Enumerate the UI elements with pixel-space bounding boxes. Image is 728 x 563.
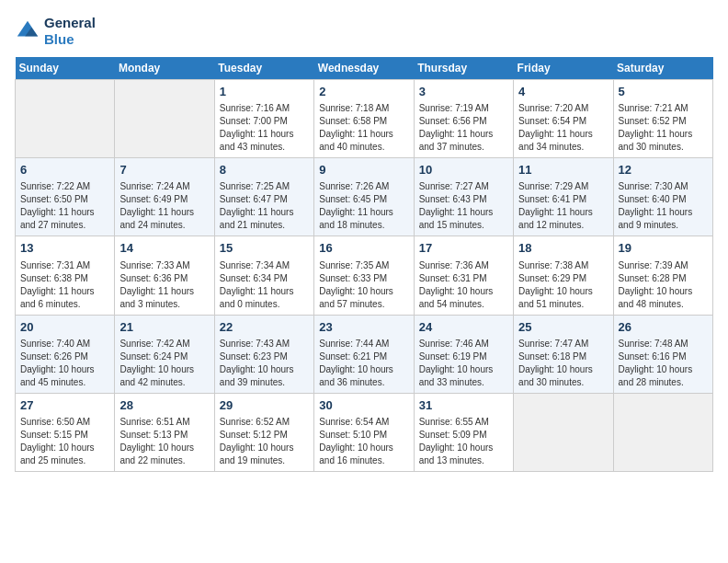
calendar-cell: 15Sunrise: 7:34 AMSunset: 6:34 PMDayligh…: [214, 236, 313, 315]
day-number: 6: [20, 162, 109, 178]
calendar-cell: 22Sunrise: 7:43 AMSunset: 6:23 PMDayligh…: [214, 315, 313, 393]
calendar-cell: 23Sunrise: 7:44 AMSunset: 6:21 PMDayligh…: [314, 315, 414, 393]
day-info: Sunrise: 7:30 AMSunset: 6:40 PMDaylight:…: [619, 180, 708, 232]
calendar-cell: 27Sunrise: 6:50 AMSunset: 5:15 PMDayligh…: [16, 393, 115, 471]
calendar-cell: 5Sunrise: 7:21 AMSunset: 6:52 PMDaylight…: [613, 80, 712, 158]
day-info: Sunrise: 7:27 AMSunset: 6:43 PMDaylight:…: [419, 180, 508, 232]
day-info: Sunrise: 7:26 AMSunset: 6:45 PMDaylight:…: [319, 180, 408, 232]
week-row-5: 27Sunrise: 6:50 AMSunset: 5:15 PMDayligh…: [16, 393, 713, 471]
day-number: 2: [319, 84, 408, 100]
day-info: Sunrise: 7:40 AMSunset: 6:26 PMDaylight:…: [20, 338, 109, 389]
column-header-tuesday: Tuesday: [214, 57, 313, 80]
day-number: 4: [518, 84, 608, 100]
day-number: 30: [319, 397, 408, 414]
day-info: Sunrise: 7:39 AMSunset: 6:28 PMDaylight:…: [619, 259, 708, 311]
column-header-friday: Friday: [514, 57, 613, 80]
calendar-cell: 14Sunrise: 7:33 AMSunset: 6:36 PMDayligh…: [115, 236, 214, 315]
day-info: Sunrise: 7:33 AMSunset: 6:36 PMDaylight:…: [119, 259, 209, 311]
day-number: 26: [619, 319, 708, 336]
calendar-cell: 8Sunrise: 7:25 AMSunset: 6:47 PMDaylight…: [214, 158, 313, 236]
day-number: 5: [619, 84, 708, 100]
page-header: General Blue: [15, 15, 713, 48]
day-info: Sunrise: 7:19 AMSunset: 6:56 PMDaylight:…: [419, 102, 508, 154]
day-number: 25: [518, 319, 608, 336]
day-info: Sunrise: 6:55 AMSunset: 5:09 PMDaylight:…: [419, 416, 508, 467]
day-info: Sunrise: 6:52 AMSunset: 5:12 PMDaylight:…: [220, 416, 309, 467]
calendar-cell: 16Sunrise: 7:35 AMSunset: 6:33 PMDayligh…: [314, 236, 414, 315]
day-info: Sunrise: 7:46 AMSunset: 6:19 PMDaylight:…: [419, 338, 508, 389]
day-number: 15: [220, 240, 309, 257]
day-number: 14: [119, 240, 209, 257]
day-info: Sunrise: 7:20 AMSunset: 6:54 PMDaylight:…: [518, 102, 608, 154]
calendar-cell: 28Sunrise: 6:51 AMSunset: 5:13 PMDayligh…: [115, 393, 214, 471]
column-header-sunday: Sunday: [16, 57, 115, 80]
day-info: Sunrise: 7:16 AMSunset: 7:00 PMDaylight:…: [220, 102, 309, 154]
calendar-cell: 9Sunrise: 7:26 AMSunset: 6:45 PMDaylight…: [314, 158, 414, 236]
calendar-table: SundayMondayTuesdayWednesdayThursdayFrid…: [15, 57, 713, 472]
day-number: 29: [220, 397, 309, 414]
day-info: Sunrise: 7:34 AMSunset: 6:34 PMDaylight:…: [220, 259, 309, 311]
calendar-cell: 19Sunrise: 7:39 AMSunset: 6:28 PMDayligh…: [613, 236, 712, 315]
calendar-cell: 26Sunrise: 7:48 AMSunset: 6:16 PMDayligh…: [613, 315, 712, 393]
column-header-monday: Monday: [115, 57, 214, 80]
day-info: Sunrise: 7:36 AMSunset: 6:31 PMDaylight:…: [419, 259, 508, 311]
logo-text: General Blue: [44, 15, 96, 48]
day-info: Sunrise: 7:24 AMSunset: 6:49 PMDaylight:…: [119, 180, 209, 232]
day-number: 17: [419, 240, 508, 257]
day-info: Sunrise: 6:54 AMSunset: 5:10 PMDaylight:…: [319, 416, 408, 467]
calendar-cell: 2Sunrise: 7:18 AMSunset: 6:58 PMDaylight…: [314, 80, 414, 158]
day-info: Sunrise: 6:51 AMSunset: 5:13 PMDaylight:…: [119, 416, 209, 467]
calendar-cell: 29Sunrise: 6:52 AMSunset: 5:12 PMDayligh…: [214, 393, 313, 471]
calendar-cell: [16, 80, 115, 158]
day-number: 27: [20, 397, 109, 414]
calendar-cell: 1Sunrise: 7:16 AMSunset: 7:00 PMDaylight…: [214, 80, 313, 158]
day-number: 20: [20, 319, 109, 336]
day-number: 22: [220, 319, 309, 336]
column-header-wednesday: Wednesday: [314, 57, 414, 80]
calendar-cell: 10Sunrise: 7:27 AMSunset: 6:43 PMDayligh…: [414, 158, 513, 236]
day-number: 21: [119, 319, 209, 336]
day-number: 8: [220, 162, 309, 178]
day-info: Sunrise: 7:35 AMSunset: 6:33 PMDaylight:…: [319, 259, 408, 311]
calendar-cell: 3Sunrise: 7:19 AMSunset: 6:56 PMDaylight…: [414, 80, 513, 158]
calendar-cell: 21Sunrise: 7:42 AMSunset: 6:24 PMDayligh…: [115, 315, 214, 393]
day-info: Sunrise: 7:42 AMSunset: 6:24 PMDaylight:…: [119, 338, 209, 389]
column-header-saturday: Saturday: [613, 57, 712, 80]
column-header-thursday: Thursday: [414, 57, 513, 80]
day-number: 1: [220, 84, 309, 100]
day-number: 13: [20, 240, 109, 257]
calendar-cell: 7Sunrise: 7:24 AMSunset: 6:49 PMDaylight…: [115, 158, 214, 236]
logo-icon: [15, 18, 40, 44]
day-info: Sunrise: 7:18 AMSunset: 6:58 PMDaylight:…: [319, 102, 408, 154]
day-number: 18: [518, 240, 608, 257]
day-info: Sunrise: 7:21 AMSunset: 6:52 PMDaylight:…: [619, 102, 708, 154]
day-info: Sunrise: 6:50 AMSunset: 5:15 PMDaylight:…: [20, 416, 109, 467]
day-info: Sunrise: 7:22 AMSunset: 6:50 PMDaylight:…: [20, 180, 109, 232]
day-info: Sunrise: 7:47 AMSunset: 6:18 PMDaylight:…: [518, 338, 608, 389]
day-number: 24: [419, 319, 508, 336]
day-info: Sunrise: 7:43 AMSunset: 6:23 PMDaylight:…: [220, 338, 309, 389]
day-number: 3: [419, 84, 508, 100]
header-row: SundayMondayTuesdayWednesdayThursdayFrid…: [16, 57, 713, 80]
calendar-cell: 20Sunrise: 7:40 AMSunset: 6:26 PMDayligh…: [16, 315, 115, 393]
calendar-cell: 18Sunrise: 7:38 AMSunset: 6:29 PMDayligh…: [514, 236, 613, 315]
day-info: Sunrise: 7:25 AMSunset: 6:47 PMDaylight:…: [220, 180, 309, 232]
calendar-cell: 17Sunrise: 7:36 AMSunset: 6:31 PMDayligh…: [414, 236, 513, 315]
day-number: 31: [419, 397, 508, 414]
calendar-cell: 4Sunrise: 7:20 AMSunset: 6:54 PMDaylight…: [514, 80, 613, 158]
calendar-cell: [514, 393, 613, 471]
day-info: Sunrise: 7:44 AMSunset: 6:21 PMDaylight:…: [319, 338, 408, 389]
calendar-cell: 24Sunrise: 7:46 AMSunset: 6:19 PMDayligh…: [414, 315, 513, 393]
calendar-cell: 25Sunrise: 7:47 AMSunset: 6:18 PMDayligh…: [514, 315, 613, 393]
day-number: 28: [119, 397, 209, 414]
calendar-cell: [613, 393, 712, 471]
calendar-cell: [115, 80, 214, 158]
day-number: 12: [619, 162, 708, 178]
calendar-cell: 6Sunrise: 7:22 AMSunset: 6:50 PMDaylight…: [16, 158, 115, 236]
day-number: 16: [319, 240, 408, 257]
day-number: 11: [518, 162, 608, 178]
calendar-cell: 11Sunrise: 7:29 AMSunset: 6:41 PMDayligh…: [514, 158, 613, 236]
logo: General Blue: [15, 15, 96, 48]
day-info: Sunrise: 7:31 AMSunset: 6:38 PMDaylight:…: [20, 259, 109, 311]
day-number: 19: [619, 240, 708, 257]
